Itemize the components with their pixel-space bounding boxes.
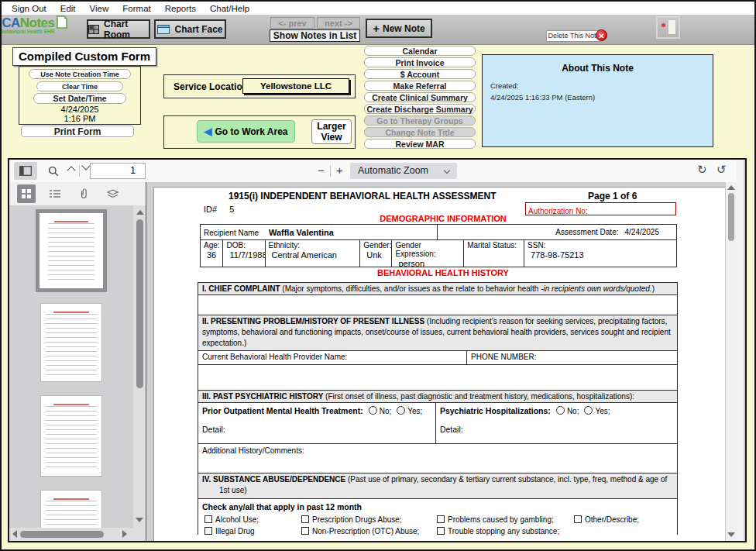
additional-history-field[interactable]: Additional History/Comments: bbox=[198, 444, 677, 474]
create-clinical-summary-button[interactable]: Create Clinical Summary bbox=[364, 92, 476, 102]
layers-icon[interactable] bbox=[103, 184, 122, 203]
radio-no[interactable] bbox=[556, 406, 565, 415]
go-to-therapy-groups-button: Go to Therapy Groups bbox=[364, 115, 476, 126]
section-4-header: IV. SUBSTANCE ABUSE/DEPENDENCE (Past use… bbox=[198, 474, 677, 499]
next-note-button[interactable]: next -> bbox=[317, 17, 360, 29]
outline-view-icon[interactable] bbox=[46, 184, 64, 203]
previous-page-icon[interactable] bbox=[68, 164, 74, 174]
content-vertical-scrollbar[interactable] bbox=[725, 182, 737, 541]
assessment-date-value: 4/24/2025 bbox=[625, 228, 660, 236]
sidebar-toggle-button[interactable] bbox=[14, 162, 37, 180]
logo-subtitle: Behavioral Health EHR bbox=[0, 29, 84, 34]
menu-chat-help[interactable]: Chat/Help bbox=[203, 4, 256, 13]
presenting-problem-field[interactable] bbox=[198, 365, 677, 391]
service-location-label: Service Location: bbox=[174, 81, 251, 92]
menu-format[interactable]: Format bbox=[115, 4, 157, 13]
thumbnail-page-1[interactable] bbox=[36, 209, 107, 292]
section-1-header: I. CHIEF COMPLAINT (Major symptoms, diff… bbox=[198, 283, 677, 295]
rotate-clockwise-icon[interactable]: ↻ bbox=[697, 163, 707, 177]
checkbox-prescription-drugs[interactable]: Prescription Drugs Abuse; bbox=[301, 515, 402, 524]
menu-edit[interactable]: Edit bbox=[53, 4, 83, 13]
set-date-time-button[interactable]: Set Date/Time bbox=[33, 93, 126, 104]
thumbnails-view-icon[interactable] bbox=[17, 184, 36, 203]
pdf-viewer: 1 − + Automatic Zoom ↻ ↺ bbox=[8, 158, 747, 542]
scroll-down-arrow[interactable] bbox=[727, 532, 735, 537]
note-action-buttons: Calendar Print Invoice $ Account Make Re… bbox=[364, 46, 476, 150]
checkbox-gambling[interactable]: Problems caused by gambling; bbox=[437, 515, 554, 524]
ethnicity-cell: Ethnicity:Central American bbox=[266, 240, 361, 267]
thumbnail-page-2[interactable] bbox=[40, 303, 102, 382]
radio-yes[interactable] bbox=[397, 406, 405, 415]
page-number-input[interactable]: 1 bbox=[90, 163, 146, 179]
prior-treatment-col: Prior Outpatient Mental Health Treatment… bbox=[198, 403, 435, 443]
checkbox-otc-abuse[interactable]: Non-Prescription (OTC) Abuse; bbox=[301, 527, 419, 536]
sidebar-vertical-scrollbar[interactable] bbox=[135, 208, 145, 524]
radio-yes[interactable] bbox=[584, 406, 593, 415]
chart-room-button[interactable]: Chart Room bbox=[87, 19, 150, 39]
scroll-down-arrow[interactable] bbox=[136, 518, 143, 522]
provider-name-label: Current Behavioral Health Provider Name: bbox=[198, 351, 466, 364]
time-controls-group: Use Note Creation Time Clear Time Set Da… bbox=[19, 66, 141, 125]
zoom-select[interactable]: Automatic Zoom bbox=[350, 163, 457, 179]
zoom-out-button[interactable]: − bbox=[318, 164, 325, 177]
delete-this-note-button[interactable]: Delete This Note bbox=[546, 30, 602, 42]
checkbox-illegal-drug[interactable]: Illegal Drug bbox=[204, 527, 255, 536]
plus-icon: + bbox=[373, 22, 380, 35]
window-scrollbar-strip[interactable] bbox=[736, 160, 744, 541]
delete-x-icon[interactable]: ✕ bbox=[596, 29, 607, 41]
chart-face-button[interactable]: Chart Face bbox=[154, 19, 226, 39]
make-referral-button[interactable]: Make Referral bbox=[364, 81, 476, 91]
scrollbar-thumb[interactable] bbox=[728, 193, 734, 241]
next-page-icon[interactable] bbox=[83, 164, 89, 169]
print-invoice-button[interactable]: Print Invoice bbox=[364, 57, 476, 67]
history-heading: BEHAVIORAL HEALTH HISTORY bbox=[154, 268, 732, 277]
menu-view[interactable]: View bbox=[83, 4, 116, 13]
scroll-right-arrow[interactable] bbox=[122, 530, 127, 538]
scroll-up-arrow[interactable] bbox=[136, 210, 144, 215]
calendar-button[interactable]: Calendar bbox=[364, 46, 476, 56]
new-note-button[interactable]: + New Note bbox=[366, 19, 432, 38]
checkbox-alcohol-use[interactable]: Alcohol Use; bbox=[204, 515, 259, 524]
review-mar-button[interactable]: Review MAR bbox=[364, 139, 476, 149]
demographics-table: Recipient Name Waffla Valentina Assessme… bbox=[200, 224, 677, 267]
go-to-work-area-button[interactable]: ◀ Go to Work Area bbox=[197, 120, 295, 143]
scroll-up-arrow[interactable] bbox=[727, 185, 735, 190]
chief-complaint-field[interactable] bbox=[198, 295, 677, 315]
service-location-value[interactable]: Yellowstone LLC bbox=[242, 78, 349, 94]
print-form-button[interactable]: Print Form bbox=[21, 126, 134, 137]
section-3-header: III. PAST PSYCHIATRIC HISTORY (First ons… bbox=[198, 391, 677, 403]
account-button[interactable]: $ Account bbox=[364, 69, 476, 79]
menu-sign-out[interactable]: Sign Out bbox=[5, 4, 53, 13]
patient-photo-thumbnail[interactable] bbox=[656, 16, 680, 39]
chevron-down-icon bbox=[444, 167, 450, 174]
ssn-cell: SSN:778-98-75213 bbox=[524, 240, 676, 267]
thumbnail-page-3[interactable] bbox=[40, 395, 102, 477]
use-note-creation-time-button[interactable]: Use Note Creation Time bbox=[29, 69, 131, 79]
checkbox-other[interactable]: Other/Describe; bbox=[574, 515, 639, 524]
scroll-left-arrow[interactable] bbox=[12, 530, 17, 538]
icanotes-logo: ICANotes Behavioral Health EHR bbox=[0, 15, 84, 43]
radio-no[interactable] bbox=[369, 406, 377, 415]
rotate-counterclockwise-icon[interactable]: ↺ bbox=[716, 163, 727, 177]
create-discharge-summary-button[interactable]: Create Discharge Summary bbox=[364, 104, 476, 114]
prev-note-button[interactable]: <- prev bbox=[270, 17, 314, 29]
larger-view-button[interactable]: Larger View bbox=[311, 119, 352, 144]
demographic-heading: DEMOGRAPHIC INFORMATION bbox=[154, 214, 732, 223]
show-notes-in-list-button[interactable]: Show Notes in List bbox=[270, 29, 360, 42]
zoom-in-button[interactable]: + bbox=[336, 164, 343, 177]
menu-reports[interactable]: Reports bbox=[158, 4, 203, 13]
about-note-title: About This Note bbox=[483, 63, 713, 74]
pdf-sidebar bbox=[9, 182, 146, 541]
thumbnail-page-4[interactable] bbox=[40, 490, 102, 528]
form-sections: I. CHIEF COMPLAINT (Major symptoms, diff… bbox=[198, 282, 678, 535]
clear-time-button[interactable]: Clear Time bbox=[36, 81, 123, 91]
sidebar-horizontal-scrollbar[interactable] bbox=[11, 529, 133, 539]
attachments-paperclip-icon[interactable] bbox=[74, 184, 93, 203]
scrollbar-thumb[interactable] bbox=[136, 219, 143, 388]
search-icon[interactable] bbox=[48, 166, 59, 177]
checkbox-trouble-stopping[interactable]: Trouble stopping any substance; bbox=[437, 527, 559, 536]
scrollbar-thumb[interactable] bbox=[20, 531, 104, 538]
provider-row: Current Behavioral Health Provider Name:… bbox=[198, 351, 677, 365]
pdf-page: 1915(i) INDEPENDENT BEHAVIORAL HEALTH AS… bbox=[153, 187, 733, 541]
form-id: ID#5 bbox=[204, 205, 234, 214]
